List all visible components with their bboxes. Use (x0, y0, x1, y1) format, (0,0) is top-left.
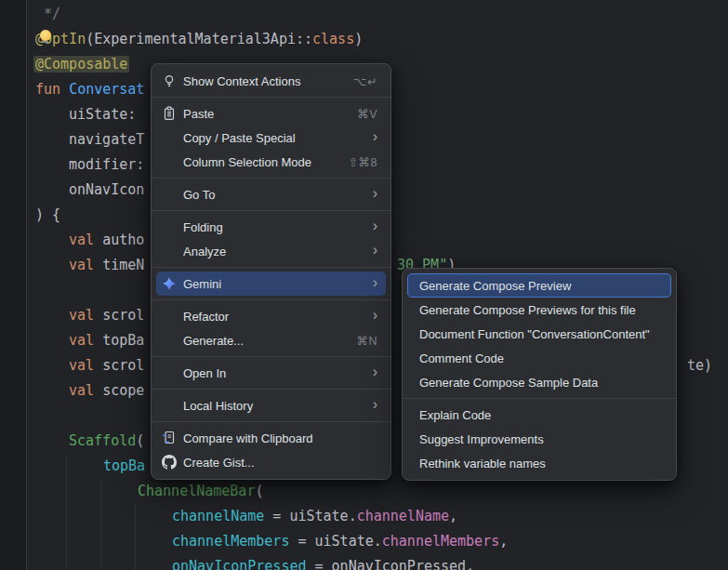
menu-item-rethink-variable-names[interactable]: Rethink variable names (407, 451, 671, 475)
menu-item-label: Folding (183, 220, 362, 234)
code-token: , (499, 533, 508, 550)
code-line[interactable]: @OptIn(ExperimentalMaterial3Api::class) (0, 27, 728, 52)
menu-item-icon-slot (162, 398, 177, 413)
menu-item-label: Paste (183, 107, 346, 121)
code-token: te) (687, 357, 712, 374)
menu-item-refactor[interactable]: Refactor› (156, 304, 386, 328)
menu-item-comment-code[interactable]: Comment Code (407, 346, 671, 370)
code-text: topBa (103, 454, 145, 479)
menu-separator (152, 389, 390, 390)
menu-item-generate[interactable]: Generate...⌘N (156, 328, 386, 352)
code-line[interactable]: onNavIconPressed = onNavIconPressed, (0, 554, 728, 570)
menu-item-explain-code[interactable]: Explain Code (407, 403, 671, 427)
menu-item-label: Go To (183, 188, 362, 202)
code-token: fun (35, 81, 69, 98)
code-text: @Composable (35, 52, 127, 77)
menu-separator (152, 356, 390, 357)
code-token: ( (136, 432, 144, 449)
code-token: val (69, 232, 102, 248)
code-token: val (69, 257, 102, 273)
menu-item-analyze[interactable]: Analyze› (156, 239, 386, 263)
submenu-arrow-icon: › (373, 397, 377, 412)
code-line[interactable]: channelName = uiState.channelName, (0, 504, 728, 529)
code-token: , (466, 558, 474, 570)
code-token: . (374, 533, 382, 550)
code-token: Scaffold (69, 432, 136, 449)
clipboard-icon (162, 106, 177, 121)
menu-item-label: Open In (183, 366, 362, 380)
menu-item-icon-slot (162, 309, 177, 324)
code-token: topBa (103, 457, 145, 474)
menu-item-create-gist[interactable]: Create Gist... (156, 450, 386, 474)
shortcut-hint: ⌘V (357, 107, 377, 121)
code-text: val timeN (69, 253, 144, 278)
menu-item-label: Generate Compose Sample Data (419, 376, 661, 390)
code-token: scrol (102, 307, 144, 324)
submenu-arrow-icon: › (373, 275, 377, 290)
menu-item-copy-paste-special[interactable]: Copy / Paste Special› (156, 126, 386, 150)
menu-item-label: Show Context Actions (183, 74, 342, 88)
code-token: :: (296, 31, 312, 47)
code-token: modifier: (69, 156, 144, 173)
menu-item-column-selection-mode[interactable]: Column Selection Mode⇧⌘8 (156, 150, 386, 174)
code-text: onNavIcon (69, 178, 144, 203)
menu-separator (152, 299, 390, 300)
menu-item-suggest-improvements[interactable]: Suggest Improvements (407, 427, 671, 451)
submenu-arrow-icon: › (373, 308, 377, 323)
code-text: modifier: (69, 152, 144, 178)
menu-item-label: Rethink variable names (419, 457, 661, 471)
code-token: scope (102, 382, 144, 399)
menu-item-label: Generate Compose Preview (419, 279, 661, 293)
code-text: channelMembers = uiState.channelMembers, (172, 529, 508, 554)
menu-item-document-function-conversationcontent[interactable]: Document Function "ConversationContent" (407, 322, 671, 346)
context-menu: Show Context Actions⌥↵Paste⌘VCopy / Past… (151, 63, 391, 480)
github-icon (162, 455, 177, 470)
menu-item-icon-slot (162, 244, 177, 258)
code-token: onNavIconPressed (172, 558, 307, 570)
code-token: @Composable (33, 56, 129, 73)
menu-item-generate-compose-preview[interactable]: Generate Compose Preview (407, 273, 671, 298)
code-token: topBa (102, 332, 144, 349)
intention-bulb-icon[interactable] (40, 30, 52, 45)
code-line[interactable]: */ (0, 2, 728, 27)
code-text: onNavIconPressed = onNavIconPressed, (172, 554, 474, 570)
menu-item-local-history[interactable]: Local History› (156, 393, 386, 418)
code-token: = (289, 533, 314, 550)
menu-item-generate-compose-sample-data[interactable]: Generate Compose Sample Data (407, 370, 671, 394)
code-token: ) (354, 31, 363, 47)
menu-item-label: Explain Code (419, 408, 661, 422)
menu-item-label: Refactor (183, 310, 362, 324)
code-text: val topBa (69, 328, 144, 353)
gemini-icon (162, 276, 177, 291)
menu-item-folding[interactable]: Folding› (156, 215, 386, 239)
code-token: timeN (102, 257, 144, 273)
code-text: ) { (35, 203, 60, 228)
menu-item-label: Document Function "ConversationContent" (419, 327, 661, 341)
code-text: Scaffold( (69, 429, 144, 454)
shortcut-hint: ⇧⌘8 (349, 155, 377, 169)
code-token: uiState (289, 508, 348, 524)
menu-item-open-in[interactable]: Open In› (156, 361, 386, 385)
code-token: val (69, 357, 102, 374)
menu-item-gemini[interactable]: Gemini› (156, 272, 386, 296)
menu-item-paste[interactable]: Paste⌘V (156, 101, 386, 126)
code-token: . (349, 508, 357, 524)
menu-item-label: Gemini (183, 277, 362, 291)
code-text: fun Conversat (35, 77, 144, 102)
code-line[interactable]: channelMembers = uiState.channelMembers, (0, 529, 728, 554)
code-token: = (264, 508, 289, 524)
ide-window: */@OptIn(ExperimentalMaterial3Api::class… (0, 0, 728, 570)
gemini-submenu: Generate Compose PreviewGenerate Compose… (402, 268, 677, 481)
menu-item-compare-with-clipboard[interactable]: Compare with Clipboard (156, 426, 386, 450)
code-text: val scope (69, 378, 144, 404)
code-text: te) (687, 353, 712, 378)
code-token: */ (44, 6, 60, 22)
menu-item-icon-slot (162, 365, 177, 380)
menu-item-go-to[interactable]: Go To› (156, 182, 386, 206)
menu-item-show-context-actions[interactable]: Show Context Actions⌥↵ (156, 69, 386, 93)
menu-item-generate-compose-previews-for-this-file[interactable]: Generate Compose Previews for this file (407, 298, 671, 322)
submenu-arrow-icon: › (373, 243, 377, 258)
code-line[interactable]: ChannelNameBar( (0, 479, 728, 504)
code-token: ( (86, 31, 94, 47)
code-token: class (312, 31, 354, 47)
